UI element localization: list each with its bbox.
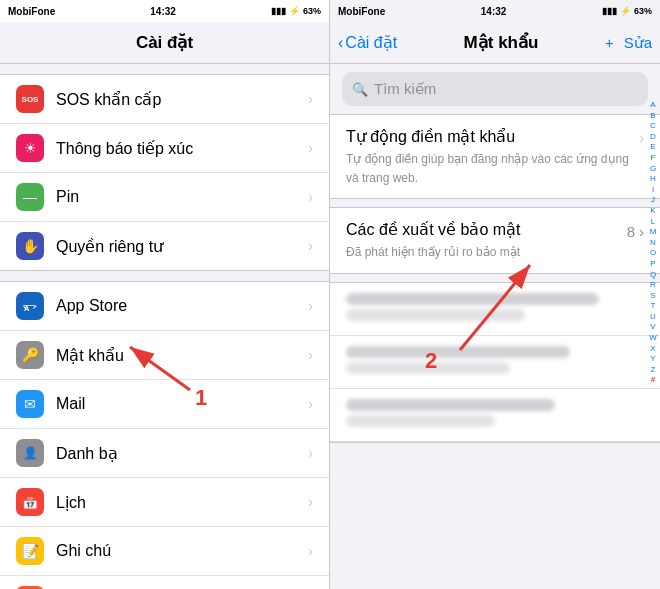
contacts-chevron: › bbox=[308, 445, 313, 461]
settings-section-apps: A App Store › 🔑 Mật khẩu › bbox=[0, 281, 329, 589]
search-bar-container: 🔍 Tìm kiếm bbox=[330, 64, 660, 114]
left-nav-title: Cài đặt bbox=[136, 32, 193, 53]
settings-section-top: SOS SOS khẩn cấp › ☀ Thông báo tiếp xúc … bbox=[0, 74, 329, 271]
password-row-2[interactable] bbox=[330, 336, 660, 389]
password-blurred-line-6 bbox=[346, 415, 495, 427]
password-blurred-line-4 bbox=[346, 362, 510, 374]
autofill-item[interactable]: Tự động điền mật khẩu › Tự động điền giú… bbox=[330, 115, 660, 198]
notification-icon: ☀ bbox=[16, 134, 44, 162]
mail-label: Mail bbox=[56, 395, 308, 413]
search-icon: 🔍 bbox=[352, 82, 368, 97]
privacy-icon: ✋ bbox=[16, 232, 44, 260]
pin-icon: — bbox=[16, 183, 44, 211]
security-badge-number: 8 bbox=[627, 223, 635, 240]
left-carrier: MobiFone bbox=[8, 6, 55, 17]
calendar-label: Lịch bbox=[56, 493, 308, 512]
left-status-bar: MobiFone 14:32 ▮▮▮ ⚡ 63% bbox=[0, 0, 329, 22]
pin-chevron: › bbox=[308, 189, 313, 205]
security-badge: 8 › bbox=[627, 223, 644, 240]
security-subtitle: Đã phát hiện thấy rủi ro bảo mật bbox=[346, 245, 520, 259]
password-blurred-line-3 bbox=[346, 346, 570, 358]
autofill-subtitle: Tự động điền giúp bạn đăng nhập vào các … bbox=[346, 152, 629, 185]
sos-label: SOS khẩn cấp bbox=[56, 90, 308, 109]
notes-label: Ghi chú bbox=[56, 542, 308, 560]
appstore-chevron: › bbox=[308, 298, 313, 314]
sos-icon: SOS bbox=[16, 85, 44, 113]
list-item-mail[interactable]: ✉ Mail › bbox=[0, 380, 329, 429]
right-status-icons: ▮▮▮ ⚡ 63% bbox=[602, 6, 652, 16]
appstore-icon: A bbox=[16, 292, 44, 320]
security-section: Các đề xuất về bảo mật 8 › Đã phát hiện … bbox=[330, 207, 660, 274]
right-carrier: MobiFone bbox=[338, 6, 385, 17]
back-button[interactable]: ‹ Cài đặt bbox=[338, 33, 397, 52]
passwords-list bbox=[330, 282, 660, 443]
contacts-label: Danh bạ bbox=[56, 444, 308, 463]
pin-label: Pin bbox=[56, 188, 308, 206]
right-signal-icon: ▮▮▮ bbox=[602, 6, 617, 16]
battery-icon: 63% bbox=[303, 6, 321, 16]
sos-chevron: › bbox=[308, 91, 313, 107]
notes-chevron: › bbox=[308, 543, 313, 559]
list-item-pin[interactable]: — Pin › bbox=[0, 173, 329, 222]
list-item-reminders[interactable]: ⋯ Lời nhắc › bbox=[0, 576, 329, 589]
signal-icon: ▮▮▮ bbox=[271, 6, 286, 16]
right-nav-title: Mật khẩu bbox=[464, 32, 539, 53]
security-title: Các đề xuất về bảo mật bbox=[346, 220, 521, 239]
calendar-chevron: › bbox=[308, 494, 313, 510]
list-item-notes[interactable]: 📝 Ghi chú › bbox=[0, 527, 329, 576]
notification-chevron: › bbox=[308, 140, 313, 156]
back-label: Cài đặt bbox=[345, 33, 397, 52]
left-nav-bar: Cài đặt bbox=[0, 22, 329, 64]
list-item-password[interactable]: 🔑 Mật khẩu › bbox=[0, 331, 329, 380]
autofill-title: Tự động điền mật khẩu bbox=[346, 127, 515, 146]
autofill-section: Tự động điền mật khẩu › Tự động điền giú… bbox=[330, 114, 660, 199]
password-blurred-line-5 bbox=[346, 399, 555, 411]
mail-icon: ✉ bbox=[16, 390, 44, 418]
right-battery-icon: 63% bbox=[634, 6, 652, 16]
list-item-sos[interactable]: SOS SOS khẩn cấp › bbox=[0, 75, 329, 124]
password-row-3[interactable] bbox=[330, 389, 660, 442]
notes-icon: 📝 bbox=[16, 537, 44, 565]
right-status-bar: MobiFone 14:32 ▮▮▮ ⚡ 63% bbox=[330, 0, 660, 22]
wifi-icon: ⚡ bbox=[289, 6, 300, 16]
edit-button[interactable]: Sửa bbox=[624, 34, 652, 52]
search-bar[interactable]: 🔍 Tìm kiếm bbox=[342, 72, 648, 106]
settings-list: SOS SOS khẩn cấp › ☀ Thông báo tiếp xúc … bbox=[0, 64, 329, 589]
right-nav-bar: ‹ Cài đặt Mật khẩu + Sửa bbox=[330, 22, 660, 64]
svg-text:A: A bbox=[24, 304, 30, 313]
password-blurred-line-1 bbox=[346, 293, 599, 305]
password-icon: 🔑 bbox=[16, 341, 44, 369]
security-badge-chevron: › bbox=[639, 223, 644, 240]
privacy-label: Quyền riêng tư bbox=[56, 237, 308, 256]
add-password-button[interactable]: + bbox=[605, 34, 614, 51]
right-wifi-icon: ⚡ bbox=[620, 6, 631, 16]
nav-actions: + Sửa bbox=[605, 34, 652, 52]
list-item-notification[interactable]: ☀ Thông báo tiếp xúc › bbox=[0, 124, 329, 173]
left-time: 14:32 bbox=[150, 6, 176, 17]
alphabet-index[interactable]: A B C D E F G H I J K L M N O P Q R S T … bbox=[648, 100, 658, 385]
password-chevron: › bbox=[308, 347, 313, 363]
security-item[interactable]: Các đề xuất về bảo mật 8 › Đã phát hiện … bbox=[330, 208, 660, 273]
contacts-icon: 👤 bbox=[16, 439, 44, 467]
calendar-icon: 📅 bbox=[16, 488, 44, 516]
mail-chevron: › bbox=[308, 396, 313, 412]
autofill-row: Tự động điền mật khẩu › bbox=[346, 127, 644, 149]
autofill-chevron: › bbox=[639, 130, 644, 146]
back-chevron-icon: ‹ bbox=[338, 34, 343, 52]
list-item-contacts[interactable]: 👤 Danh bạ › bbox=[0, 429, 329, 478]
password-label: Mật khẩu bbox=[56, 346, 308, 365]
privacy-chevron: › bbox=[308, 238, 313, 254]
password-blurred-line-2 bbox=[346, 309, 525, 321]
list-item-calendar[interactable]: 📅 Lịch › bbox=[0, 478, 329, 527]
right-time: 14:32 bbox=[481, 6, 507, 17]
password-row-1[interactable] bbox=[330, 283, 660, 336]
list-item-privacy[interactable]: ✋ Quyền riêng tư › bbox=[0, 222, 329, 270]
search-placeholder: Tìm kiếm bbox=[374, 80, 436, 98]
left-status-icons: ▮▮▮ ⚡ 63% bbox=[271, 6, 321, 16]
notification-label: Thông báo tiếp xúc bbox=[56, 139, 308, 158]
list-item-appstore[interactable]: A App Store › bbox=[0, 282, 329, 331]
security-row: Các đề xuất về bảo mật 8 › bbox=[346, 220, 644, 242]
appstore-label: App Store bbox=[56, 297, 308, 315]
